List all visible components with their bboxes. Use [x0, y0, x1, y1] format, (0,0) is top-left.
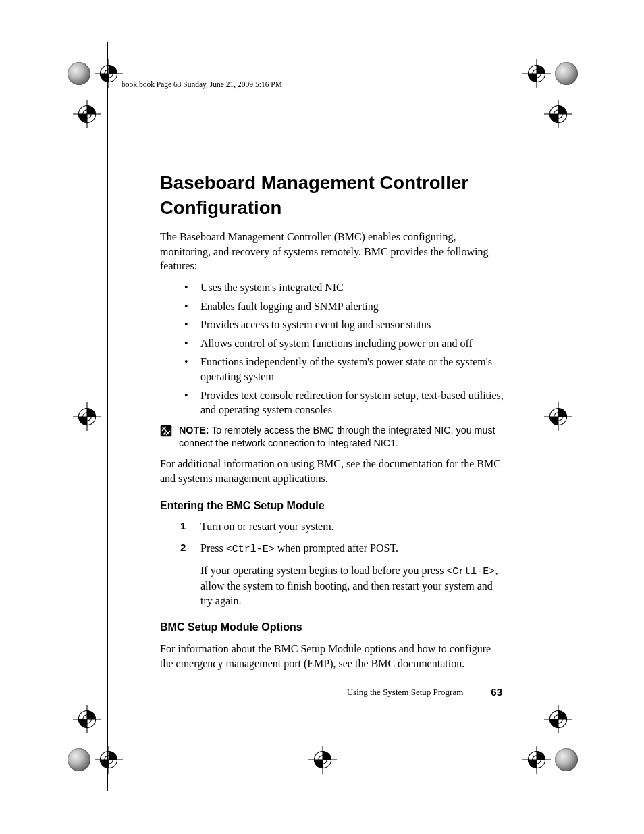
step-text: Turn on or restart your system. [200, 521, 334, 532]
crop-target-mid-right [544, 402, 572, 431]
features-list: Uses the system's integrated NIC Enables… [160, 280, 504, 417]
intro-paragraph: The Baseboard Management Controller (BMC… [160, 230, 504, 273]
list-item: Provides text console redirection for sy… [200, 388, 504, 417]
step-sub: If your operating system begins to load … [200, 563, 504, 608]
footer-section: Using the System Setup Program [347, 687, 464, 698]
step-text-pre: Press [200, 542, 226, 554]
heading-bmc-options: BMC Setup Module Options [160, 620, 504, 635]
heading-entering-bmc: Entering the BMC Setup Module [160, 498, 504, 513]
list-item: Functions independently of the system's … [200, 355, 504, 384]
page-title: Baseboard Management Controller Configur… [160, 170, 504, 220]
step-text-post: when prompted after POST. [275, 542, 398, 554]
crop-line-left [107, 42, 108, 791]
footer-separator [477, 687, 477, 697]
step-item: Press <Ctrl-E> when prompted after POST.… [200, 541, 504, 608]
list-item: Provides access to system event log and … [200, 317, 504, 332]
crop-line-right [537, 42, 537, 791]
list-item: Enables fault logging and SNMP alerting [200, 299, 504, 314]
list-item: Allows control of system functions inclu… [200, 336, 504, 351]
options-paragraph: For information about the BMC Setup Modu… [160, 642, 504, 671]
list-item: Uses the system's integrated NIC [200, 280, 504, 295]
crop-target-bottom-center [308, 746, 337, 774]
key-combo: <Crtl-E> [446, 566, 495, 577]
step-sub-pre: If your operating system begins to load … [200, 565, 446, 576]
crop-line-top [68, 74, 578, 74]
note-body: To remotely access the BMC through the i… [179, 425, 495, 448]
step-item: Turn on or restart your system. [200, 519, 504, 534]
note-block: NOTE: To remotely access the BMC through… [160, 424, 504, 450]
note-text: NOTE: To remotely access the BMC through… [179, 424, 504, 450]
key-combo: <Ctrl-E> [226, 544, 275, 555]
note-icon [160, 425, 172, 437]
note-label: NOTE: [179, 425, 209, 436]
page-content: Baseboard Management Controller Configur… [160, 170, 504, 680]
steps-list: Turn on or restart your system. Press <C… [160, 519, 504, 608]
header-meta: book.book Page 63 Sunday, June 21, 2009 … [122, 80, 282, 88]
page-footer: Using the System Setup Program 63 [347, 686, 502, 698]
footer-page-number: 63 [491, 686, 502, 698]
header-rule [108, 76, 536, 76]
post-note-paragraph: For additional information on using BMC,… [160, 457, 504, 486]
crop-target-mid-left [73, 402, 101, 431]
